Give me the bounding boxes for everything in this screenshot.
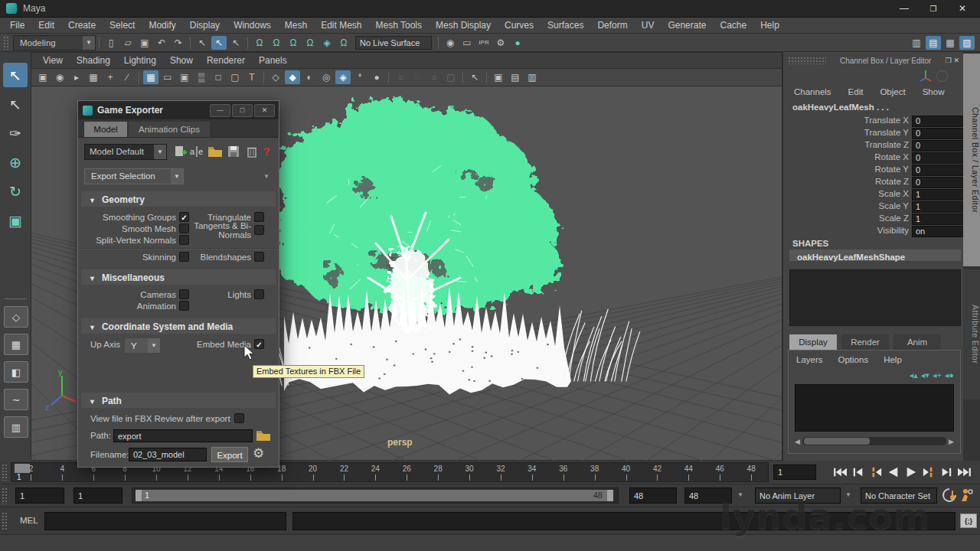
layout-hypershade[interactable]: ▥ — [4, 416, 28, 438]
snapshot-2-icon[interactable]: ▤ — [508, 70, 523, 84]
panel-menu-lighting[interactable]: Lighting — [117, 53, 163, 68]
grid-icon[interactable]: ▦ — [143, 70, 158, 84]
layer-tab-anim[interactable]: Anim — [893, 334, 941, 350]
view-file-checkbox[interactable] — [234, 413, 244, 423]
panel-menu-view[interactable]: View — [36, 53, 70, 68]
menu-edit-mesh[interactable]: Edit Mesh — [314, 17, 368, 34]
save-scene-icon[interactable]: ▣ — [137, 36, 152, 50]
tangents-checkbox[interactable] — [254, 225, 264, 235]
modeling-toolkit-icon[interactable]: ▥ — [909, 36, 924, 50]
close-button[interactable]: ✕ — [949, 2, 976, 15]
path-field[interactable]: export — [113, 429, 253, 442]
close-panel-icon[interactable]: ✕ — [953, 57, 959, 64]
playback-end-field[interactable]: 48 — [629, 487, 677, 504]
attribute-editor-toggle-icon[interactable]: ▨ — [959, 36, 975, 50]
save-preset-icon[interactable] — [227, 145, 242, 158]
channel-menu-show[interactable]: Show — [923, 87, 945, 96]
layer-menu-layers[interactable]: Layers — [796, 355, 823, 364]
new-layer-selected-icon[interactable]: ◂● — [945, 370, 954, 380]
channel-value-field[interactable]: 0 — [912, 128, 964, 139]
xyz-axis-icon[interactable] — [918, 69, 933, 83]
resolution-gate-icon[interactable]: ▣ — [177, 70, 192, 84]
layer-menu-options[interactable]: Options — [838, 355, 869, 364]
motion-blur-icon[interactable]: ◌ — [410, 70, 425, 84]
go-to-start-button[interactable] — [831, 464, 849, 481]
channel-value-field[interactable]: 0 — [912, 152, 964, 164]
rename-preset-icon[interactable]: ae — [188, 145, 205, 158]
menu-edit[interactable]: Edit — [31, 17, 61, 34]
triangulate-checkbox[interactable] — [254, 212, 264, 222]
skinning-checkbox[interactable] — [179, 252, 189, 262]
channel-value-field[interactable]: on — [912, 226, 964, 237]
render-settings-icon[interactable]: ⚙ — [493, 36, 508, 50]
h-scrollbar-handle[interactable] — [804, 438, 870, 445]
image-plane-icon[interactable]: ▦ — [86, 70, 101, 84]
select-camera-icon[interactable]: ▣ — [35, 70, 51, 84]
menu-cache[interactable]: Cache — [713, 17, 753, 34]
channel-value-field[interactable]: 0 — [912, 116, 964, 127]
panel-menu-renderer[interactable]: Renderer — [200, 53, 252, 68]
menu-set-dropdown[interactable]: Modeling ▼ — [13, 35, 96, 51]
select-hierarchy-icon[interactable]: ↖ — [194, 36, 210, 50]
shape-row[interactable]: oakHeavyLeafMeshShape — [789, 249, 961, 261]
layout-outliner[interactable]: ◧ — [4, 361, 28, 383]
section-path[interactable]: ▼Path — [81, 393, 276, 408]
add-preset-icon[interactable] — [173, 145, 188, 158]
statusline-grip[interactable] — [3, 36, 10, 50]
filename-field[interactable]: 02_03_model — [129, 448, 207, 461]
new-empty-layer-icon[interactable]: ◂+ — [933, 370, 942, 380]
bookmarks-icon[interactable]: ▸ — [69, 70, 84, 84]
playback-start-field[interactable]: 1 — [74, 487, 122, 504]
menu-surfaces[interactable]: Surfaces — [541, 17, 590, 34]
layer-move-up-icon[interactable]: ◂▴ — [910, 370, 918, 380]
panel-menu-shading[interactable]: Shading — [70, 53, 117, 68]
use-material-icon[interactable]: ◎ — [318, 70, 334, 84]
select-object-icon[interactable]: ↖ — [211, 36, 227, 50]
mel-label[interactable]: MEL — [20, 516, 38, 525]
step-forward-key-button[interactable] — [920, 464, 937, 481]
channel-value-field[interactable]: 0 — [912, 165, 964, 176]
tab-channel-box[interactable]: Channel Box / Layer Editor — [963, 54, 980, 266]
export-settings-gear-icon[interactable]: ⚙ — [253, 445, 264, 461]
up-axis-dropdown[interactable]: Y ▼ — [124, 337, 161, 354]
safe-title-icon[interactable]: T — [244, 70, 260, 84]
menu-mesh-tools[interactable]: Mesh Tools — [369, 17, 429, 34]
smoothing-groups-checkbox[interactable]: ✓ — [179, 212, 189, 222]
snapshot-icon[interactable]: ▣ — [491, 70, 506, 84]
command-line-grip[interactable] — [2, 512, 8, 530]
ghost-toggle-icon[interactable] — [936, 70, 948, 82]
channel-menu-edit[interactable]: Edit — [848, 87, 864, 96]
wireframe-icon[interactable]: ◇ — [268, 70, 283, 84]
play-forwards-button[interactable] — [902, 464, 920, 481]
tab-model[interactable]: Model — [84, 122, 127, 137]
tab-animation-clips[interactable]: Animation Clips — [129, 122, 210, 137]
tab-attribute-editor[interactable]: Attribute Editor — [963, 269, 980, 399]
missing-preset-icon[interactable]: ? — [263, 145, 270, 158]
export-mode-dropdown[interactable]: Export Selection ▼ — [84, 168, 184, 184]
layer-move-down-icon[interactable]: ◂▾ — [921, 370, 929, 380]
browse-folder-icon[interactable] — [256, 429, 271, 442]
section-coordinate[interactable]: ▼Coordinate System and Media — [81, 318, 276, 334]
pan-zoom-icon[interactable]: + — [103, 70, 118, 84]
blendshapes-checkbox[interactable] — [254, 252, 264, 262]
menu-uv[interactable]: UV — [635, 17, 662, 34]
shadows-icon[interactable]: ● — [369, 70, 384, 84]
go-to-end-button[interactable] — [955, 464, 972, 481]
open-scene-icon[interactable]: ▱ — [120, 36, 136, 50]
menu-create[interactable]: Create — [61, 17, 103, 34]
select-tool[interactable]: ↖ — [3, 63, 28, 87]
menu-mesh[interactable]: Mesh — [278, 17, 314, 34]
snap-view-plane-icon[interactable]: Ω — [336, 36, 351, 50]
menu-generate[interactable]: Generate — [661, 17, 713, 34]
select-component-icon[interactable]: ↖ — [228, 36, 243, 50]
export-button[interactable]: Export — [211, 447, 248, 462]
render-current-frame-icon[interactable]: ▭ — [459, 36, 475, 50]
panel-menu-show[interactable]: Show — [163, 53, 200, 68]
layer-list[interactable] — [795, 384, 954, 432]
occlusion-icon[interactable]: ○ — [393, 70, 408, 84]
layout-single[interactable]: ◇ — [4, 306, 28, 328]
dialog-close-button[interactable]: ✕ — [254, 104, 275, 117]
scale-tool[interactable]: ▣ — [3, 208, 28, 233]
range-slider-track[interactable]: 1 48 — [132, 487, 619, 504]
range-slider-bar[interactable]: 1 48 — [136, 490, 613, 501]
